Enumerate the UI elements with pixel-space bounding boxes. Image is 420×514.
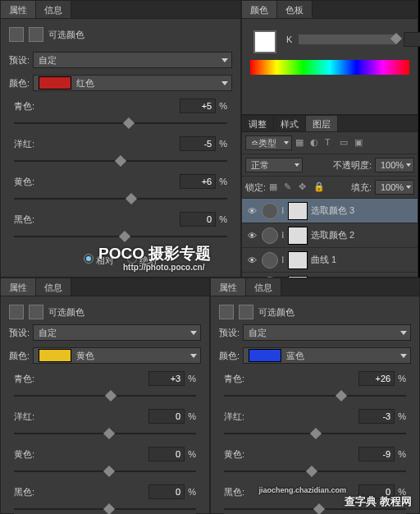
fill-label: 填充: — [351, 181, 372, 194]
lock-label: 锁定: — [245, 181, 266, 194]
watermark-url: http://photo.poco.cn/ — [123, 263, 204, 272]
fg-bg-swatch[interactable] — [253, 30, 276, 53]
magenta-slider[interactable] — [224, 428, 406, 439]
yellow-slider[interactable] — [224, 466, 406, 477]
blend-mode[interactable]: 正常 — [245, 158, 303, 172]
layer-name[interactable]: 选取颜色 2 — [311, 229, 354, 241]
visibility-icon[interactable]: 👁 — [245, 229, 258, 242]
black-slider[interactable] — [14, 503, 196, 514]
opacity-label: 不透明度: — [333, 159, 372, 172]
filter-shape-icon[interactable]: ▭ — [340, 137, 351, 149]
filter-kind[interactable]: ≏ 类型 — [245, 135, 292, 150]
layers-panel: 调整 样式 图层 ≏ 类型 ▦ ◐ T ▭ ▣ 正常 不透明度: 100% 锁定… — [241, 115, 418, 278]
yellow-slider[interactable] — [14, 466, 196, 477]
selective-color-panel-blue: 属性信息 可选颜色 预设:自定 颜色:蓝色 青色:% 洋红:% 黄色:% 黑色:… — [210, 278, 420, 514]
visibility-icon[interactable]: 👁 — [245, 204, 258, 218]
tab-info[interactable]: 信息 — [246, 278, 281, 296]
cyan-input[interactable] — [148, 371, 185, 386]
k-input[interactable] — [404, 32, 420, 47]
yellow-slider[interactable] — [14, 193, 227, 204]
opacity-input[interactable]: 100% — [375, 158, 414, 172]
visibility-icon[interactable]: 👁 — [245, 254, 258, 267]
color-spectrum[interactable] — [250, 60, 409, 75]
tab-layers[interactable]: 图层 — [306, 116, 338, 131]
black-input[interactable] — [148, 484, 185, 499]
cyan-slider[interactable] — [224, 390, 406, 402]
color-dropdown[interactable]: 黄色 — [33, 347, 201, 364]
tab-properties[interactable]: 属性 — [211, 278, 246, 296]
link-icon: ⁞ — [281, 205, 285, 216]
adjustment-icon — [9, 27, 24, 42]
magenta-slider[interactable] — [14, 155, 227, 167]
lock-all-icon[interactable]: 🔒 — [313, 181, 325, 193]
magenta-input[interactable] — [358, 409, 395, 424]
tab-bar: 属性 信息 — [1, 1, 240, 19]
cyan-input[interactable] — [180, 99, 216, 113]
selective-color-panel-red: 属性 信息 可选颜色 预设: 自定 颜色: 红色 青色:% 洋红:% 黄色:% … — [0, 0, 241, 278]
tab-info[interactable]: 信息 — [36, 1, 71, 18]
layer-name[interactable]: 选取颜色 3 — [311, 204, 354, 217]
black-input[interactable] — [180, 212, 216, 227]
k-slider[interactable] — [299, 34, 397, 44]
cyan-slider[interactable] — [14, 390, 196, 402]
adjustment-layer-icon — [262, 227, 278, 244]
black-slider[interactable] — [14, 231, 227, 242]
magenta-label: 洋红: — [14, 138, 34, 150]
layer-name[interactable]: 曲线 1 — [311, 254, 336, 266]
tab-properties[interactable]: 属性 — [1, 278, 36, 296]
yellow-label: 黄色: — [14, 176, 34, 188]
preset-dropdown[interactable]: 自定 — [33, 52, 232, 68]
adjustment-layer-icon — [262, 203, 278, 219]
color-dropdown[interactable]: 红色 — [33, 75, 232, 91]
cyan-slider[interactable] — [14, 117, 227, 129]
preset-dropdown[interactable]: 自定 — [243, 324, 411, 341]
selective-color-panel-yellow: 属性信息 可选颜色 预设:自定 颜色:黄色 青色:% 洋红:% 黄色:% 黑色:… — [0, 278, 210, 514]
magenta-input[interactable] — [180, 136, 216, 151]
lock-transparent-icon[interactable]: ▦ — [269, 181, 281, 193]
tab-swatches[interactable]: 色板 — [277, 1, 313, 18]
color-chip — [39, 76, 71, 89]
tab-adjust[interactable]: 调整 — [242, 116, 274, 131]
tab-color[interactable]: 颜色 — [242, 1, 277, 18]
layer-row[interactable]: 👁⁞曲线 1 — [242, 248, 418, 273]
filter-pixel-icon[interactable]: ▦ — [295, 137, 307, 149]
filter-type-icon[interactable]: T — [325, 137, 336, 149]
color-dropdown[interactable]: 蓝色 — [243, 347, 411, 364]
cyan-label: 青色: — [14, 100, 34, 112]
mask-icon — [29, 27, 43, 42]
watermark-bottom-url: jiaocheng.chazidian.com — [258, 486, 346, 494]
layer-row[interactable]: 👁⁞选取颜色 3 — [242, 199, 418, 223]
magenta-slider[interactable] — [14, 428, 196, 439]
layer-row[interactable]: 👁⁞选取颜色 2 — [242, 223, 418, 248]
filter-smart-icon[interactable]: ▣ — [354, 137, 366, 149]
watermark-main: POCO 摄影专题 — [98, 243, 211, 264]
watermark-bottom-brand: 查字典 教程网 — [345, 494, 412, 509]
mask-thumb[interactable] — [288, 202, 308, 220]
yellow-input[interactable] — [148, 447, 185, 461]
preset-dropdown[interactable]: 自定 — [33, 324, 201, 341]
cyan-input[interactable] — [358, 371, 395, 386]
tab-info[interactable]: 信息 — [36, 278, 71, 296]
filter-adjust-icon[interactable]: ◐ — [310, 137, 322, 149]
lock-paint-icon[interactable]: ✎ — [284, 181, 295, 193]
tab-style[interactable]: 样式 — [274, 116, 306, 131]
k-channel-label: K — [286, 34, 292, 44]
tab-properties[interactable]: 属性 — [1, 1, 36, 18]
yellow-input[interactable] — [358, 447, 395, 461]
panel-title: 可选颜色 — [48, 29, 84, 41]
lock-move-icon[interactable]: ✥ — [299, 181, 310, 193]
preset-label: 预设: — [9, 54, 30, 67]
yellow-input[interactable] — [180, 174, 216, 189]
black-label: 黑色: — [14, 213, 34, 226]
fill-input[interactable]: 100% — [375, 180, 414, 195]
color-panel: 颜色 色板 K % — [241, 0, 418, 115]
adjustment-layer-icon — [262, 252, 278, 268]
color-label: 颜色: — [9, 77, 30, 89]
magenta-input[interactable] — [148, 409, 185, 424]
